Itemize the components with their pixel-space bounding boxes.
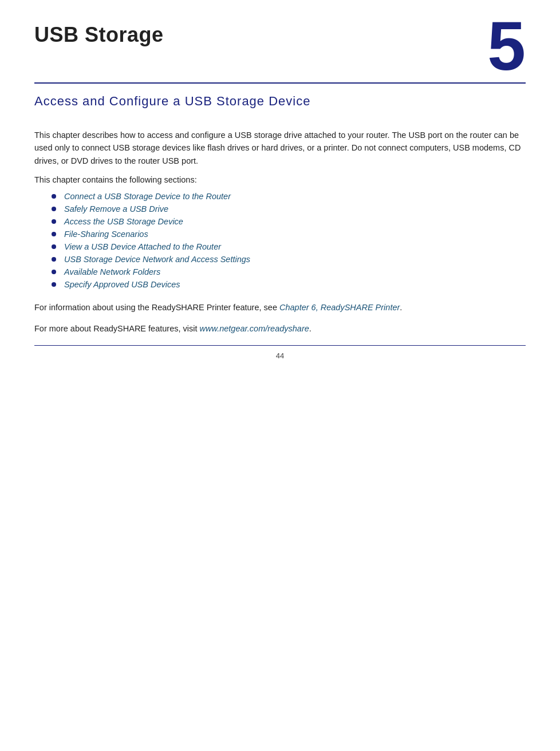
toc-link[interactable]: View a USB Device Attached to the Router (64, 242, 221, 251)
toc-link[interactable]: Access the USB Storage Device (64, 217, 183, 226)
toc-link[interactable]: Connect a USB Storage Device to the Rout… (64, 192, 231, 201)
toc-link[interactable]: Specify Approved USB Devices (64, 280, 180, 289)
bullet-icon (52, 270, 56, 274)
bullet-icon (52, 232, 56, 236)
bullet-icon (52, 282, 56, 287)
toc-list: Connect a USB Storage Device to the Rout… (52, 190, 526, 291)
bottom-bar: 44 (34, 345, 526, 360)
bullet-icon (52, 194, 56, 199)
footer-notes: For information about using the ReadySHA… (34, 301, 526, 335)
toc-list-item: View a USB Device Attached to the Router (52, 240, 526, 253)
sections-intro: This chapter contains the following sect… (34, 175, 526, 184)
footer-note: For more about ReadySHARE features, visi… (34, 322, 526, 335)
toc-list-item: Access the USB Storage Device (52, 215, 526, 228)
footer-link[interactable]: www.netgear.com/readyshare (200, 324, 309, 333)
toc-list-item: Specify Approved USB Devices (52, 278, 526, 291)
bullet-icon (52, 244, 56, 249)
footer-note: For information about using the ReadySHA… (34, 301, 526, 314)
page-number: 44 (276, 351, 284, 360)
toc-link[interactable]: File-Sharing Scenarios (64, 230, 148, 239)
chapter-title-block: USB Storage (34, 23, 164, 47)
toc-link[interactable]: USB Storage Device Network and Access Se… (64, 255, 250, 264)
toc-list-item: USB Storage Device Network and Access Se… (52, 253, 526, 266)
page-container: USB Storage 5 Access and Configure a USB… (0, 0, 560, 377)
chapter-number: 5 (487, 11, 526, 80)
bullet-icon (52, 257, 56, 262)
bullet-icon (52, 219, 56, 224)
toc-link[interactable]: Available Network Folders (64, 267, 160, 276)
toc-list-item: Connect a USB Storage Device to the Rout… (52, 190, 526, 203)
header-title-row: USB Storage 5 (34, 23, 526, 84)
toc-link[interactable]: Safely Remove a USB Drive (64, 204, 168, 214)
bullet-icon (52, 207, 56, 211)
intro-paragraph-1: This chapter describes how to access and… (34, 129, 526, 167)
chapter-title: USB Storage (34, 23, 164, 47)
footer-link[interactable]: Chapter 6, ReadySHARE Printer (279, 303, 400, 312)
toc-list-item: Safely Remove a USB Drive (52, 203, 526, 215)
page-subtitle: Access and Configure a USB Storage Devic… (34, 94, 526, 109)
toc-list-item: File-Sharing Scenarios (52, 228, 526, 240)
toc-list-item: Available Network Folders (52, 266, 526, 278)
